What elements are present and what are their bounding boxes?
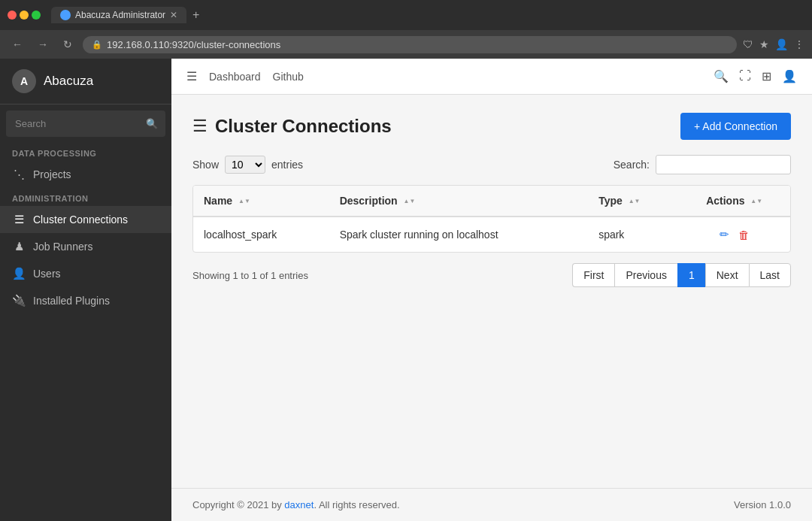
search-icon[interactable]: 🔍: [714, 69, 729, 83]
lock-icon: 🔒: [92, 40, 102, 50]
projects-icon: ⋱: [12, 168, 26, 181]
job-runners-icon: ♟: [12, 240, 26, 253]
extensions-icon[interactable]: 🛡: [743, 38, 753, 50]
user-icon[interactable]: 👤: [782, 69, 797, 83]
content-area: ☰ Cluster Connections + Add Connection S…: [171, 95, 812, 488]
sidebar-item-job-runners[interactable]: ♟ Job Runners: [0, 233, 171, 260]
sidebar-item-users[interactable]: 👤 Users: [0, 260, 171, 287]
footer: Copyright © 2021 by daxnet. All rights r…: [171, 488, 812, 521]
browser-toolbar: 🛡 ★ 👤 ⋮: [743, 38, 804, 50]
previous-button[interactable]: Previous: [614, 263, 677, 287]
tab-title: Abacuza Administrator: [75, 10, 165, 20]
top-nav-left: ☰ Dashboard Github: [186, 69, 304, 83]
reload-button[interactable]: ↻: [59, 37, 77, 52]
app-brand: Abacuza: [44, 74, 93, 89]
col-description: Description ▲▼: [329, 186, 588, 217]
search-input[interactable]: [15, 118, 141, 129]
row-actions: ✏ 🗑: [678, 217, 790, 252]
sidebar: A Abacuza 🔍 DATA PROCESSING ⋱ Projects A…: [0, 59, 171, 521]
main-content: ☰ Dashboard Github 🔍 ⛶ ⊞ 👤 ☰ Cluster Con…: [171, 59, 812, 521]
sort-arrows-description[interactable]: ▲▼: [404, 198, 416, 204]
max-btn[interactable]: [32, 11, 41, 20]
page-title-icon: ☰: [192, 117, 208, 136]
next-button[interactable]: Next: [705, 263, 749, 287]
col-actions: Actions ▲▼: [678, 186, 790, 217]
page-title: Cluster Connections: [215, 116, 392, 137]
pagination-row: Showing 1 to 1 of 1 entries First Previo…: [192, 263, 791, 287]
show-label: Show: [192, 159, 219, 171]
address-bar-row: ← → ↻ 🔒 192.168.0.110:9320/cluster-conne…: [0, 30, 812, 59]
sidebar-item-label: Installed Plugins: [33, 295, 110, 307]
sidebar-item-label: Users: [33, 268, 61, 280]
edit-icon[interactable]: ✏: [718, 226, 731, 243]
users-icon: 👤: [12, 267, 26, 280]
search-icon: 🔍: [146, 118, 158, 129]
app-logo: A: [12, 69, 36, 93]
pagination: First Previous 1 Next Last: [572, 263, 791, 287]
github-link[interactable]: Github: [273, 71, 304, 83]
back-button[interactable]: ←: [8, 37, 27, 52]
cluster-icon: ☰: [12, 213, 26, 226]
sidebar-item-label: Projects: [33, 168, 71, 180]
footer-copyright: Copyright © 2021 by daxnet. All rights r…: [192, 499, 400, 510]
row-type: spark: [588, 217, 678, 252]
row-name: localhost_spark: [193, 217, 329, 252]
first-button[interactable]: First: [572, 263, 614, 287]
sidebar-header: A Abacuza: [0, 59, 171, 105]
footer-author-link[interactable]: daxnet: [284, 499, 314, 510]
profile-icon[interactable]: 👤: [775, 38, 788, 50]
page-title-wrapper: ☰ Cluster Connections: [192, 116, 392, 137]
show-entries: Show 10 25 50 100 entries: [192, 156, 303, 174]
section-data-processing: DATA PROCESSING: [0, 143, 171, 161]
delete-icon[interactable]: 🗑: [737, 227, 751, 243]
actions-cell: ✏ 🗑: [689, 226, 780, 243]
forward-button[interactable]: →: [33, 37, 53, 52]
sort-arrows-actions[interactable]: ▲▼: [750, 198, 762, 204]
sidebar-item-label: Cluster Connections: [33, 214, 128, 226]
plugins-icon: 🔌: [12, 294, 26, 307]
url-text: 192.168.0.110:9320/cluster-connections: [107, 39, 280, 50]
entries-select[interactable]: 10 25 50 100: [225, 156, 265, 174]
page-1-button[interactable]: 1: [677, 263, 705, 287]
add-connection-button[interactable]: + Add Connection: [680, 113, 791, 140]
tab-favicon: [60, 10, 71, 20]
dashboard-link[interactable]: Dashboard: [209, 71, 261, 83]
table-row: localhost_spark Spark cluster running on…: [193, 217, 790, 252]
hamburger-icon[interactable]: ☰: [186, 69, 197, 83]
top-nav: ☰ Dashboard Github 🔍 ⛶ ⊞ 👤: [171, 59, 812, 95]
address-bar[interactable]: 🔒 192.168.0.110:9320/cluster-connections: [83, 36, 737, 53]
search-box: Search:: [614, 155, 791, 174]
new-tab-button[interactable]: +: [192, 8, 199, 22]
browser-tab[interactable]: Abacuza Administrator ✕: [51, 7, 186, 23]
sort-arrows-name[interactable]: ▲▼: [238, 198, 250, 204]
sidebar-item-cluster-connections[interactable]: ☰ Cluster Connections: [0, 206, 171, 233]
grid-icon[interactable]: ⊞: [762, 69, 771, 83]
search-label: Search:: [614, 159, 650, 171]
sort-arrows-type[interactable]: ▲▼: [629, 198, 641, 204]
footer-version: Version 1.0.0: [734, 499, 791, 510]
section-administration: ADMINISTRATION: [0, 188, 171, 206]
page-header: ☰ Cluster Connections + Add Connection: [192, 113, 791, 140]
entries-label: entries: [271, 159, 303, 171]
table-wrapper: Name ▲▼ Description ▲▼ Type ▲▼: [192, 185, 791, 253]
bookmark-icon[interactable]: ★: [759, 38, 769, 50]
menu-icon[interactable]: ⋮: [794, 38, 804, 50]
fullscreen-icon[interactable]: ⛶: [739, 69, 751, 83]
sidebar-item-label: Job Runners: [33, 241, 92, 253]
row-description: Spark cluster running on localhost: [329, 217, 588, 252]
col-type: Type ▲▼: [588, 186, 678, 217]
sidebar-item-installed-plugins[interactable]: 🔌 Installed Plugins: [0, 287, 171, 314]
sidebar-item-projects[interactable]: ⋱ Projects: [0, 161, 171, 188]
window-controls: [8, 11, 41, 20]
table-search-input[interactable]: [656, 155, 791, 174]
last-button[interactable]: Last: [749, 263, 791, 287]
table-header-row: Name ▲▼ Description ▲▼ Type ▲▼: [193, 186, 790, 217]
connections-table: Name ▲▼ Description ▲▼ Type ▲▼: [193, 186, 790, 252]
min-btn[interactable]: [20, 11, 29, 20]
top-nav-right: 🔍 ⛶ ⊞ 👤: [714, 69, 797, 83]
table-controls: Show 10 25 50 100 entries Search:: [192, 155, 791, 174]
tab-close-icon[interactable]: ✕: [170, 10, 177, 20]
sidebar-search-box[interactable]: 🔍: [6, 111, 165, 137]
showing-text: Showing 1 to 1 of 1 entries: [192, 270, 308, 281]
close-btn[interactable]: [8, 11, 17, 20]
